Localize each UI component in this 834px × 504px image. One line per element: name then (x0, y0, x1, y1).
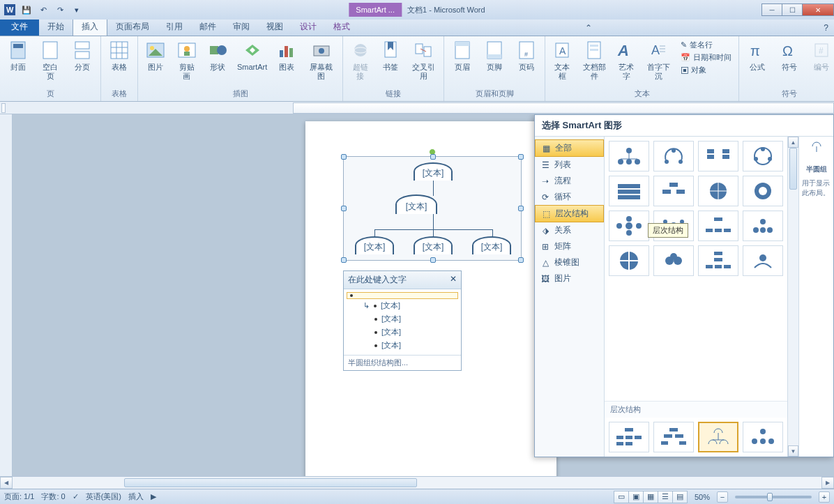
document-area[interactable]: [文本] [文本] [文本] [文本] [文本] 在此处键入文字 ✕ ↳[文本]… (13, 114, 834, 476)
signature-line-button[interactable]: ✎签名行 (679, 39, 733, 51)
scroll-thumb[interactable] (124, 478, 417, 487)
category-process[interactable]: ➝流程 (535, 173, 604, 189)
equation-button[interactable]: π公式 (742, 38, 773, 73)
number-button[interactable]: #编号 (806, 38, 834, 73)
resize-handle[interactable] (518, 154, 524, 160)
redo-icon[interactable]: ↷ (53, 3, 67, 17)
close-button[interactable]: ✕ (802, 3, 834, 16)
cross-ref-button[interactable]: 交叉引用 (406, 38, 441, 82)
scroll-down-icon[interactable]: ▼ (788, 445, 798, 457)
layout-thumb[interactable] (653, 245, 694, 276)
tab-review[interactable]: 审阅 (225, 18, 258, 36)
word-app-icon[interactable]: W (3, 3, 17, 17)
scroll-left-icon[interactable]: ◀ (0, 477, 13, 489)
hyperlink-button[interactable]: 超链接 (346, 38, 374, 82)
resize-handle[interactable] (430, 257, 436, 263)
file-tab[interactable]: 文件 (0, 18, 39, 36)
tab-mailings[interactable]: 邮件 (191, 18, 225, 36)
layout-thumb[interactable] (653, 176, 694, 206)
tab-format[interactable]: 格式 (325, 18, 358, 36)
minimize-button[interactable]: ─ (761, 3, 782, 16)
dropcap-button[interactable]: A首字下沉 (642, 38, 675, 82)
scroll-up-icon[interactable]: ▲ (788, 137, 798, 148)
category-picture[interactable]: 🖼图片 (535, 270, 604, 287)
category-matrix[interactable]: ⊞矩阵 (535, 238, 604, 254)
smartart-text-pane[interactable]: 在此处键入文字 ✕ ↳[文本] [文本] [文本] [文本] 半圆组织结构图..… (343, 270, 462, 371)
tab-design[interactable]: 设计 (291, 18, 325, 36)
category-list-item[interactable]: ☰列表 (535, 157, 604, 173)
tab-home[interactable]: 开始 (39, 18, 73, 36)
smartart-node[interactable]: [文本] (355, 236, 394, 254)
undo-icon[interactable]: ↶ (36, 3, 50, 17)
text-pane-item[interactable] (347, 292, 458, 299)
layout-thumb[interactable] (698, 176, 738, 206)
zoom-out-button[interactable]: − (717, 491, 728, 503)
text-pane-item[interactable]: [文本] (347, 326, 458, 339)
bookmark-button[interactable]: 书签 (376, 38, 404, 73)
resize-handle[interactable] (341, 154, 347, 160)
status-word-count[interactable]: 字数: 0 (41, 491, 65, 502)
smartart-node[interactable]: [文本] (472, 236, 511, 254)
cover-page-button[interactable]: 封面 (3, 38, 33, 73)
layout-thumb[interactable] (609, 245, 649, 276)
tab-view[interactable]: 视图 (258, 18, 291, 36)
outline-view-icon[interactable]: ☰ (658, 491, 673, 503)
layout-thumb[interactable] (743, 176, 783, 206)
layout-thumb[interactable] (743, 245, 783, 276)
picture-button[interactable]: 图片 (141, 38, 170, 73)
layout-thumb[interactable] (698, 141, 738, 171)
layout-thumb[interactable] (609, 211, 649, 241)
smartart-button[interactable]: SmartArt (234, 38, 271, 73)
zoom-slider-handle[interactable] (767, 493, 773, 501)
resize-handle[interactable] (341, 257, 347, 263)
text-pane-item[interactable]: [文本] (347, 339, 458, 352)
zoom-level[interactable]: 50% (695, 493, 710, 501)
tab-page-layout[interactable]: 页面布局 (107, 18, 158, 36)
page-number-button[interactable]: #页码 (511, 38, 542, 73)
resize-handle[interactable] (430, 154, 436, 160)
draft-view-icon[interactable]: ▤ (672, 491, 688, 503)
smartart-node[interactable]: [文本] (414, 162, 453, 181)
header-button[interactable]: 页眉 (447, 38, 478, 73)
category-cycle[interactable]: ⟳循环 (535, 189, 604, 205)
blank-page-button[interactable]: 空白页 (35, 38, 66, 82)
resize-handle[interactable] (341, 206, 347, 211)
table-button[interactable]: 表格 (104, 38, 135, 73)
smartart-node[interactable]: [文本] (414, 236, 453, 254)
text-pane-item[interactable]: ↳[文本] (347, 299, 458, 312)
tab-insert[interactable]: 插入 (73, 17, 107, 36)
layout-thumb[interactable] (698, 211, 738, 241)
vertical-ruler[interactable] (0, 114, 13, 476)
tab-references[interactable]: 引用 (158, 18, 191, 36)
help-icon[interactable]: ? (818, 20, 834, 36)
status-page[interactable]: 页面: 1/1 (4, 491, 34, 502)
resize-handle[interactable] (518, 257, 524, 263)
horizontal-scrollbar[interactable]: ◀ ▶ (0, 476, 834, 489)
layout-thumb[interactable] (743, 422, 783, 452)
layout-thumb[interactable] (609, 422, 649, 452)
maximize-button[interactable]: ☐ (782, 3, 803, 16)
category-pyramid[interactable]: △棱锥图 (535, 254, 604, 270)
macro-icon[interactable]: ▶ (151, 492, 156, 501)
wordart-button[interactable]: A艺术字 (612, 38, 640, 82)
layout-thumb[interactable] (609, 141, 649, 171)
fullscreen-view-icon[interactable]: ▣ (628, 491, 644, 503)
footer-button[interactable]: 页脚 (479, 38, 510, 73)
text-pane-item[interactable]: [文本] (347, 312, 458, 326)
datetime-button[interactable]: 📅日期和时间 (679, 52, 733, 63)
text-pane-close-icon[interactable]: ✕ (450, 274, 457, 286)
clipart-button[interactable]: 剪贴画 (172, 38, 202, 82)
category-relationship[interactable]: ⬗关系 (535, 222, 604, 238)
page-break-button[interactable]: 分页 (67, 38, 98, 73)
layout-thumb-selected[interactable] (698, 422, 738, 452)
save-icon[interactable]: 💾 (20, 3, 33, 17)
layout-thumb[interactable] (743, 211, 783, 241)
spellcheck-icon[interactable]: ✓ (73, 492, 79, 501)
object-button[interactable]: 🞕对象 (679, 64, 733, 76)
category-hierarchy[interactable]: ⬚层次结构 (535, 205, 604, 222)
scroll-right-icon[interactable]: ▶ (821, 477, 834, 489)
category-all[interactable]: ▦全部 (535, 139, 604, 157)
qat-dropdown-icon[interactable]: ▾ (70, 3, 84, 17)
shapes-button[interactable]: 形状 (203, 38, 232, 73)
scroll-thumb[interactable] (789, 148, 797, 190)
